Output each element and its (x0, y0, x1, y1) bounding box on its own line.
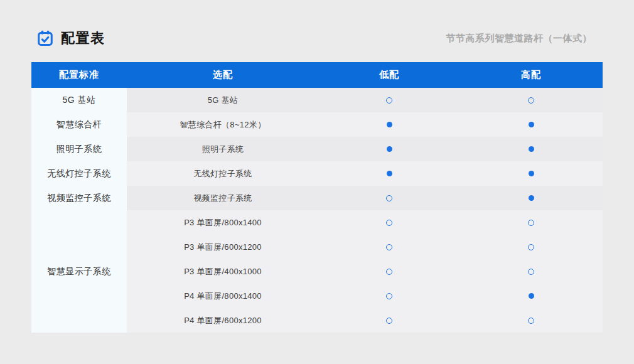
page: 配置表 节节高系列智慧道路杆（一体式） 配置标准 选配 低配 高配 5G 基站 … (0, 0, 634, 364)
table-row: P3 单面屏/800x1400 (127, 210, 603, 235)
low-config-cell (319, 146, 459, 152)
config-dot (386, 195, 392, 201)
config-dot (528, 269, 534, 275)
standard-cell: 照明子系统 (31, 137, 127, 161)
table-row: 智慧综合杆（8~12米） (127, 112, 603, 137)
config-dot (528, 244, 534, 250)
high-config-cell (459, 171, 603, 176)
high-config-cell (459, 244, 603, 250)
high-config-cell (459, 220, 603, 226)
config-dot (529, 171, 534, 176)
table-group-pole: 智慧综合杆 智慧综合杆（8~12米） (31, 112, 603, 137)
high-config-cell (459, 269, 603, 275)
table-row: 照明子系统 (127, 137, 603, 161)
option-cell: P4 单面屏/800x1400 (127, 291, 319, 302)
col-header-low-config: 低配 (319, 69, 459, 81)
title-wrap: 配置表 (36, 29, 105, 48)
option-cell: P4 单面屏/600x1200 (127, 315, 319, 326)
low-config-cell (319, 244, 459, 250)
high-config-cell (459, 318, 603, 324)
config-dot (387, 146, 392, 152)
config-dot (386, 293, 392, 299)
option-cell: 照明子系统 (127, 144, 319, 155)
low-config-cell (319, 171, 459, 176)
low-config-cell (319, 97, 459, 104)
col-header-standard: 配置标准 (31, 69, 127, 81)
config-dot (528, 220, 534, 226)
high-config-cell (459, 122, 603, 127)
table-group-lighting: 照明子系统 照明子系统 (31, 137, 603, 161)
high-config-cell (459, 293, 603, 299)
config-dot (386, 318, 392, 324)
standard-cell: 无线灯控子系统 (31, 161, 127, 186)
high-config-cell (459, 146, 603, 152)
low-config-cell (319, 122, 459, 127)
config-dot (386, 97, 392, 104)
config-dot (529, 293, 534, 299)
config-dot (529, 195, 534, 201)
table-row: P3 单面屏/600x1200 (127, 235, 603, 259)
config-dot (528, 97, 534, 104)
low-config-cell (319, 318, 459, 324)
table-group-smart-display: 智慧显示子系统 P3 单面屏/800x1400 P3 单面屏/600x1200 … (31, 210, 603, 333)
configuration-table: 配置标准 选配 低配 高配 5G 基站 5G 基站 智慧综合杆 (31, 62, 603, 333)
standard-cell: 视频监控子系统 (31, 186, 127, 210)
page-title: 配置表 (61, 29, 105, 48)
option-cell: 无线灯控子系统 (127, 168, 319, 179)
standard-cell: 智慧显示子系统 (31, 210, 127, 333)
low-config-cell (319, 220, 459, 226)
table-body: 5G 基站 5G 基站 智慧综合杆 智慧综合杆（8~12米） (31, 88, 603, 333)
table-row: 无线灯控子系统 (127, 161, 603, 186)
option-cell: P3 单面屏/600x1200 (127, 242, 319, 253)
calendar-check-icon (36, 29, 54, 47)
col-header-high-config: 高配 (459, 69, 603, 81)
standard-cell: 智慧综合杆 (31, 112, 127, 137)
table-group-5g: 5G 基站 5G 基站 (31, 88, 603, 112)
table-group-wireless-light-control: 无线灯控子系统 无线灯控子系统 (31, 161, 603, 186)
option-cell: 视频监控子系统 (127, 193, 319, 204)
table-row: 5G 基站 (127, 88, 603, 112)
config-dot (386, 269, 392, 275)
table-row: P3 单面屏/400x1000 (127, 259, 603, 284)
low-config-cell (319, 195, 459, 201)
high-config-cell (459, 97, 603, 104)
option-cell: P3 单面屏/800x1400 (127, 217, 319, 228)
table-row: 视频监控子系统 (127, 186, 603, 210)
page-header: 配置表 节节高系列智慧道路杆（一体式） (36, 29, 592, 48)
low-config-cell (319, 293, 459, 299)
config-dot (387, 122, 392, 127)
config-dot (387, 171, 392, 176)
col-header-optional: 选配 (127, 69, 319, 81)
option-cell: 5G 基站 (127, 95, 319, 106)
table-group-video-surveillance: 视频监控子系统 视频监控子系统 (31, 186, 603, 210)
high-config-cell (459, 195, 603, 201)
option-cell: P3 单面屏/400x1000 (127, 266, 319, 277)
config-dot (528, 318, 534, 324)
table-row: P4 单面屏/800x1400 (127, 284, 603, 308)
option-cell: 智慧综合杆（8~12米） (127, 119, 319, 131)
table-row: P4 单面屏/600x1200 (127, 308, 603, 333)
config-dot (529, 122, 534, 127)
config-dot (386, 220, 392, 226)
standard-cell: 5G 基站 (31, 88, 127, 112)
table-header-row: 配置标准 选配 低配 高配 (31, 62, 603, 88)
low-config-cell (319, 269, 459, 275)
page-subtitle: 节节高系列智慧道路杆（一体式） (446, 33, 593, 45)
config-dot (386, 244, 392, 250)
config-dot (529, 146, 534, 152)
